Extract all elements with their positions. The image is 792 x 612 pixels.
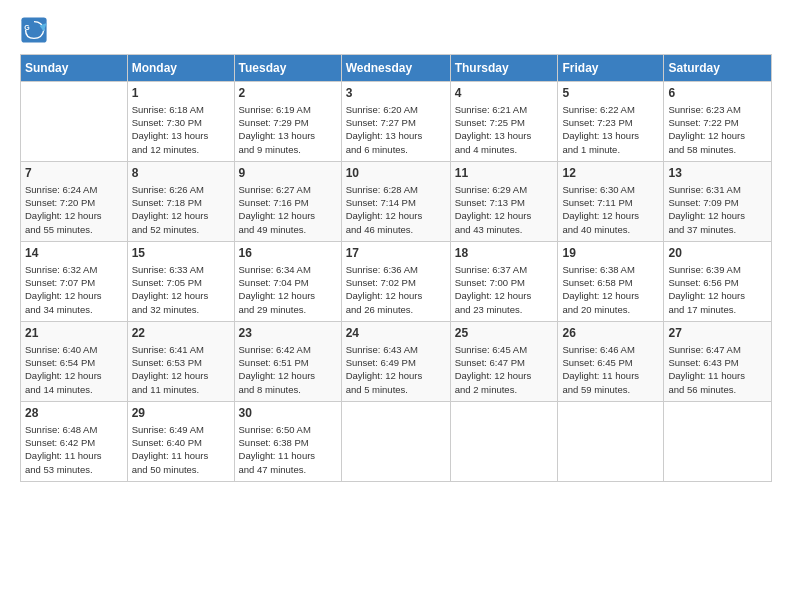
- cell-content: Sunset: 7:29 PM: [239, 116, 337, 129]
- cell-content: and 23 minutes.: [455, 303, 554, 316]
- calendar-cell: 7Sunrise: 6:24 AMSunset: 7:20 PMDaylight…: [21, 162, 128, 242]
- day-number: 29: [132, 405, 230, 422]
- day-number: 6: [668, 85, 767, 102]
- cell-content: and 56 minutes.: [668, 383, 767, 396]
- cell-content: Daylight: 11 hours: [132, 449, 230, 462]
- cell-content: Sunset: 6:53 PM: [132, 356, 230, 369]
- cell-content: Sunrise: 6:19 AM: [239, 103, 337, 116]
- cell-content: Sunset: 6:42 PM: [25, 436, 123, 449]
- calendar-cell: [341, 402, 450, 482]
- cell-content: Daylight: 12 hours: [132, 289, 230, 302]
- calendar-cell: [21, 82, 128, 162]
- cell-content: Sunset: 6:38 PM: [239, 436, 337, 449]
- calendar-cell: 24Sunrise: 6:43 AMSunset: 6:49 PMDayligh…: [341, 322, 450, 402]
- day-number: 5: [562, 85, 659, 102]
- cell-content: Sunrise: 6:34 AM: [239, 263, 337, 276]
- cell-content: Sunset: 7:25 PM: [455, 116, 554, 129]
- cell-content: Sunrise: 6:50 AM: [239, 423, 337, 436]
- cell-content: and 34 minutes.: [25, 303, 123, 316]
- day-number: 15: [132, 245, 230, 262]
- calendar-cell: 16Sunrise: 6:34 AMSunset: 7:04 PMDayligh…: [234, 242, 341, 322]
- cell-content: and 6 minutes.: [346, 143, 446, 156]
- calendar-cell: 27Sunrise: 6:47 AMSunset: 6:43 PMDayligh…: [664, 322, 772, 402]
- cell-content: Sunset: 6:58 PM: [562, 276, 659, 289]
- cell-content: Sunset: 7:00 PM: [455, 276, 554, 289]
- cell-content: Sunset: 7:09 PM: [668, 196, 767, 209]
- day-number: 9: [239, 165, 337, 182]
- cell-content: and 52 minutes.: [132, 223, 230, 236]
- cell-content: and 47 minutes.: [239, 463, 337, 476]
- cell-content: and 12 minutes.: [132, 143, 230, 156]
- day-number: 16: [239, 245, 337, 262]
- cell-content: and 49 minutes.: [239, 223, 337, 236]
- cell-content: Sunrise: 6:40 AM: [25, 343, 123, 356]
- cell-content: and 1 minute.: [562, 143, 659, 156]
- calendar-cell: [664, 402, 772, 482]
- cell-content: Daylight: 12 hours: [25, 369, 123, 382]
- cell-content: Sunrise: 6:47 AM: [668, 343, 767, 356]
- day-number: 1: [132, 85, 230, 102]
- week-row-2: 7Sunrise: 6:24 AMSunset: 7:20 PMDaylight…: [21, 162, 772, 242]
- day-number: 7: [25, 165, 123, 182]
- cell-content: Daylight: 13 hours: [346, 129, 446, 142]
- cell-content: Sunrise: 6:20 AM: [346, 103, 446, 116]
- cell-content: Daylight: 12 hours: [668, 289, 767, 302]
- day-number: 28: [25, 405, 123, 422]
- day-number: 18: [455, 245, 554, 262]
- cell-content: Daylight: 11 hours: [668, 369, 767, 382]
- day-number: 24: [346, 325, 446, 342]
- cell-content: Daylight: 12 hours: [346, 289, 446, 302]
- day-number: 3: [346, 85, 446, 102]
- cell-content: Sunset: 6:56 PM: [668, 276, 767, 289]
- calendar-cell: 23Sunrise: 6:42 AMSunset: 6:51 PMDayligh…: [234, 322, 341, 402]
- cell-content: Sunrise: 6:32 AM: [25, 263, 123, 276]
- day-number: 22: [132, 325, 230, 342]
- cell-content: Daylight: 11 hours: [25, 449, 123, 462]
- calendar-cell: 2Sunrise: 6:19 AMSunset: 7:29 PMDaylight…: [234, 82, 341, 162]
- calendar-cell: 25Sunrise: 6:45 AMSunset: 6:47 PMDayligh…: [450, 322, 558, 402]
- day-number: 11: [455, 165, 554, 182]
- cell-content: Daylight: 13 hours: [455, 129, 554, 142]
- header: G: [20, 16, 772, 44]
- cell-content: Daylight: 12 hours: [455, 369, 554, 382]
- cell-content: Sunrise: 6:46 AM: [562, 343, 659, 356]
- cell-content: Daylight: 13 hours: [239, 129, 337, 142]
- cell-content: and 53 minutes.: [25, 463, 123, 476]
- week-row-4: 21Sunrise: 6:40 AMSunset: 6:54 PMDayligh…: [21, 322, 772, 402]
- day-header-tuesday: Tuesday: [234, 55, 341, 82]
- day-header-sunday: Sunday: [21, 55, 128, 82]
- week-row-1: 1Sunrise: 6:18 AMSunset: 7:30 PMDaylight…: [21, 82, 772, 162]
- cell-content: and 59 minutes.: [562, 383, 659, 396]
- day-number: 26: [562, 325, 659, 342]
- week-row-3: 14Sunrise: 6:32 AMSunset: 7:07 PMDayligh…: [21, 242, 772, 322]
- day-number: 12: [562, 165, 659, 182]
- calendar-cell: 22Sunrise: 6:41 AMSunset: 6:53 PMDayligh…: [127, 322, 234, 402]
- day-number: 25: [455, 325, 554, 342]
- cell-content: Sunset: 7:22 PM: [668, 116, 767, 129]
- cell-content: Sunset: 6:47 PM: [455, 356, 554, 369]
- cell-content: and 14 minutes.: [25, 383, 123, 396]
- cell-content: Sunrise: 6:39 AM: [668, 263, 767, 276]
- cell-content: Sunrise: 6:21 AM: [455, 103, 554, 116]
- cell-content: Daylight: 12 hours: [239, 369, 337, 382]
- calendar-cell: 10Sunrise: 6:28 AMSunset: 7:14 PMDayligh…: [341, 162, 450, 242]
- calendar-cell: 21Sunrise: 6:40 AMSunset: 6:54 PMDayligh…: [21, 322, 128, 402]
- cell-content: Sunset: 7:27 PM: [346, 116, 446, 129]
- week-row-5: 28Sunrise: 6:48 AMSunset: 6:42 PMDayligh…: [21, 402, 772, 482]
- cell-content: Sunset: 6:45 PM: [562, 356, 659, 369]
- calendar-cell: 6Sunrise: 6:23 AMSunset: 7:22 PMDaylight…: [664, 82, 772, 162]
- cell-content: Sunrise: 6:28 AM: [346, 183, 446, 196]
- cell-content: and 8 minutes.: [239, 383, 337, 396]
- calendar-cell: 19Sunrise: 6:38 AMSunset: 6:58 PMDayligh…: [558, 242, 664, 322]
- cell-content: Sunset: 6:40 PM: [132, 436, 230, 449]
- cell-content: and 5 minutes.: [346, 383, 446, 396]
- day-number: 30: [239, 405, 337, 422]
- cell-content: and 26 minutes.: [346, 303, 446, 316]
- cell-content: Sunset: 7:07 PM: [25, 276, 123, 289]
- cell-content: Sunrise: 6:43 AM: [346, 343, 446, 356]
- day-number: 2: [239, 85, 337, 102]
- calendar-cell: 29Sunrise: 6:49 AMSunset: 6:40 PMDayligh…: [127, 402, 234, 482]
- day-header-saturday: Saturday: [664, 55, 772, 82]
- cell-content: Daylight: 12 hours: [455, 209, 554, 222]
- calendar-cell: 3Sunrise: 6:20 AMSunset: 7:27 PMDaylight…: [341, 82, 450, 162]
